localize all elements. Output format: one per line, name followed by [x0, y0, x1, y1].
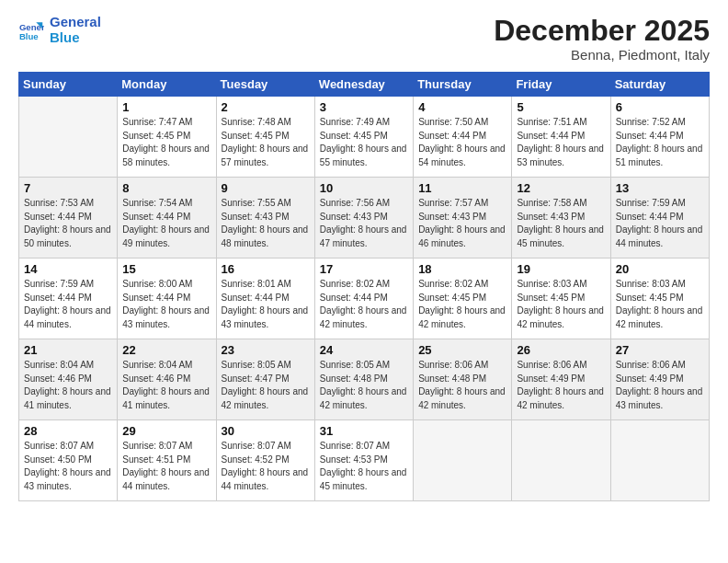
day-number: 13	[616, 181, 704, 195]
day-number: 5	[517, 100, 605, 114]
day-number: 26	[517, 343, 605, 357]
calendar-day-31: 31Sunrise: 8:07 AMSunset: 4:53 PMDayligh…	[314, 420, 413, 501]
month-title: December 2025	[494, 15, 710, 47]
day-number: 22	[122, 343, 210, 357]
logo-general: General	[50, 15, 101, 30]
calendar-day-10: 10Sunrise: 7:56 AMSunset: 4:43 PMDayligh…	[314, 178, 413, 259]
calendar-day-23: 23Sunrise: 8:05 AMSunset: 4:47 PMDayligh…	[216, 339, 314, 420]
calendar-day-7: 7Sunrise: 7:53 AMSunset: 4:44 PMDaylight…	[19, 178, 118, 259]
empty-cell	[610, 420, 709, 501]
calendar-table: SundayMondayTuesdayWednesdayThursdayFrid…	[18, 72, 710, 501]
day-number: 16	[222, 262, 310, 276]
day-number: 17	[320, 262, 408, 276]
day-info: Sunrise: 8:03 AMSunset: 4:45 PMDaylight:…	[517, 278, 605, 331]
weekday-friday: Friday	[512, 73, 610, 97]
day-info: Sunrise: 8:01 AMSunset: 4:44 PMDaylight:…	[222, 278, 310, 331]
day-number: 20	[616, 262, 704, 276]
day-number: 19	[517, 262, 605, 276]
logo: General Blue General Blue	[18, 15, 101, 45]
calendar-day-16: 16Sunrise: 8:01 AMSunset: 4:44 PMDayligh…	[216, 259, 314, 339]
calendar-day-30: 30Sunrise: 8:07 AMSunset: 4:52 PMDayligh…	[216, 420, 314, 501]
calendar-day-26: 26Sunrise: 8:06 AMSunset: 4:49 PMDayligh…	[512, 339, 610, 420]
calendar-header: SundayMondayTuesdayWednesdayThursdayFrid…	[19, 73, 710, 97]
location: Benna, Piedmont, Italy	[494, 47, 710, 63]
calendar-day-5: 5Sunrise: 7:51 AMSunset: 4:44 PMDaylight…	[512, 97, 610, 178]
day-info: Sunrise: 7:51 AMSunset: 4:44 PMDaylight:…	[517, 116, 605, 169]
calendar-week-3: 14Sunrise: 7:59 AMSunset: 4:44 PMDayligh…	[19, 259, 710, 339]
calendar-day-11: 11Sunrise: 7:57 AMSunset: 4:43 PMDayligh…	[414, 178, 512, 259]
day-info: Sunrise: 8:07 AMSunset: 4:51 PMDaylight:…	[122, 440, 210, 493]
day-number: 10	[320, 181, 408, 195]
day-info: Sunrise: 7:47 AMSunset: 4:45 PMDaylight:…	[122, 116, 210, 169]
calendar-day-29: 29Sunrise: 8:07 AMSunset: 4:51 PMDayligh…	[118, 420, 216, 501]
day-number: 28	[24, 424, 112, 438]
day-number: 4	[418, 100, 506, 114]
calendar-day-4: 4Sunrise: 7:50 AMSunset: 4:44 PMDaylight…	[414, 97, 512, 178]
calendar-body: 1Sunrise: 7:47 AMSunset: 4:45 PMDaylight…	[19, 97, 710, 501]
calendar-day-18: 18Sunrise: 8:02 AMSunset: 4:45 PMDayligh…	[414, 259, 512, 339]
calendar-day-14: 14Sunrise: 7:59 AMSunset: 4:44 PMDayligh…	[19, 259, 118, 339]
day-info: Sunrise: 8:02 AMSunset: 4:44 PMDaylight:…	[320, 278, 408, 331]
day-number: 2	[222, 100, 310, 114]
day-info: Sunrise: 8:06 AMSunset: 4:49 PMDaylight:…	[517, 359, 605, 412]
calendar-day-17: 17Sunrise: 8:02 AMSunset: 4:44 PMDayligh…	[314, 259, 413, 339]
day-info: Sunrise: 8:07 AMSunset: 4:53 PMDaylight:…	[320, 440, 408, 493]
day-info: Sunrise: 8:03 AMSunset: 4:45 PMDaylight:…	[616, 278, 704, 331]
weekday-sunday: Sunday	[19, 73, 118, 97]
calendar-day-19: 19Sunrise: 8:03 AMSunset: 4:45 PMDayligh…	[512, 259, 610, 339]
day-info: Sunrise: 7:49 AMSunset: 4:45 PMDaylight:…	[320, 116, 408, 169]
day-info: Sunrise: 7:55 AMSunset: 4:43 PMDaylight:…	[222, 197, 310, 250]
weekday-wednesday: Wednesday	[314, 73, 413, 97]
weekday-thursday: Thursday	[414, 73, 512, 97]
calendar-day-1: 1Sunrise: 7:47 AMSunset: 4:45 PMDaylight…	[118, 97, 216, 178]
day-info: Sunrise: 8:02 AMSunset: 4:45 PMDaylight:…	[418, 278, 506, 331]
day-number: 14	[24, 262, 112, 276]
header: General Blue General Blue December 2025 …	[18, 15, 710, 63]
day-number: 23	[222, 343, 310, 357]
calendar-day-27: 27Sunrise: 8:06 AMSunset: 4:49 PMDayligh…	[610, 339, 709, 420]
day-info: Sunrise: 8:05 AMSunset: 4:48 PMDaylight:…	[320, 359, 408, 412]
weekday-header-row: SundayMondayTuesdayWednesdayThursdayFrid…	[19, 73, 710, 97]
calendar-day-8: 8Sunrise: 7:54 AMSunset: 4:44 PMDaylight…	[118, 178, 216, 259]
day-number: 9	[222, 181, 310, 195]
empty-cell	[19, 97, 118, 178]
logo-blue: Blue	[50, 30, 101, 46]
day-info: Sunrise: 8:05 AMSunset: 4:47 PMDaylight:…	[222, 359, 310, 412]
calendar-day-9: 9Sunrise: 7:55 AMSunset: 4:43 PMDaylight…	[216, 178, 314, 259]
calendar-day-21: 21Sunrise: 8:04 AMSunset: 4:46 PMDayligh…	[19, 339, 118, 420]
calendar-day-12: 12Sunrise: 7:58 AMSunset: 4:43 PMDayligh…	[512, 178, 610, 259]
empty-cell	[414, 420, 512, 501]
day-number: 7	[24, 181, 112, 195]
title-block: December 2025 Benna, Piedmont, Italy	[494, 15, 710, 63]
day-number: 3	[320, 100, 408, 114]
day-info: Sunrise: 7:50 AMSunset: 4:44 PMDaylight:…	[418, 116, 506, 169]
day-info: Sunrise: 8:04 AMSunset: 4:46 PMDaylight:…	[24, 359, 112, 412]
calendar-day-24: 24Sunrise: 8:05 AMSunset: 4:48 PMDayligh…	[314, 339, 413, 420]
day-number: 31	[320, 424, 408, 438]
weekday-saturday: Saturday	[610, 73, 709, 97]
calendar-week-4: 21Sunrise: 8:04 AMSunset: 4:46 PMDayligh…	[19, 339, 710, 420]
day-info: Sunrise: 8:07 AMSunset: 4:50 PMDaylight:…	[24, 440, 112, 493]
calendar-day-25: 25Sunrise: 8:06 AMSunset: 4:48 PMDayligh…	[414, 339, 512, 420]
day-number: 12	[517, 181, 605, 195]
calendar-day-3: 3Sunrise: 7:49 AMSunset: 4:45 PMDaylight…	[314, 97, 413, 178]
day-info: Sunrise: 7:54 AMSunset: 4:44 PMDaylight:…	[122, 197, 210, 250]
day-info: Sunrise: 8:06 AMSunset: 4:49 PMDaylight:…	[616, 359, 704, 412]
calendar-day-28: 28Sunrise: 8:07 AMSunset: 4:50 PMDayligh…	[19, 420, 118, 501]
day-number: 27	[616, 343, 704, 357]
page: General Blue General Blue December 2025 …	[0, 0, 728, 563]
day-info: Sunrise: 7:57 AMSunset: 4:43 PMDaylight:…	[418, 197, 506, 250]
weekday-monday: Monday	[118, 73, 216, 97]
day-info: Sunrise: 8:07 AMSunset: 4:52 PMDaylight:…	[222, 440, 310, 493]
day-number: 18	[418, 262, 506, 276]
day-info: Sunrise: 7:53 AMSunset: 4:44 PMDaylight:…	[24, 197, 112, 250]
day-number: 21	[24, 343, 112, 357]
calendar-day-20: 20Sunrise: 8:03 AMSunset: 4:45 PMDayligh…	[610, 259, 709, 339]
day-number: 6	[616, 100, 704, 114]
day-number: 24	[320, 343, 408, 357]
weekday-tuesday: Tuesday	[216, 73, 314, 97]
day-number: 15	[122, 262, 210, 276]
day-number: 25	[418, 343, 506, 357]
day-info: Sunrise: 7:58 AMSunset: 4:43 PMDaylight:…	[517, 197, 605, 250]
day-info: Sunrise: 8:04 AMSunset: 4:46 PMDaylight:…	[122, 359, 210, 412]
